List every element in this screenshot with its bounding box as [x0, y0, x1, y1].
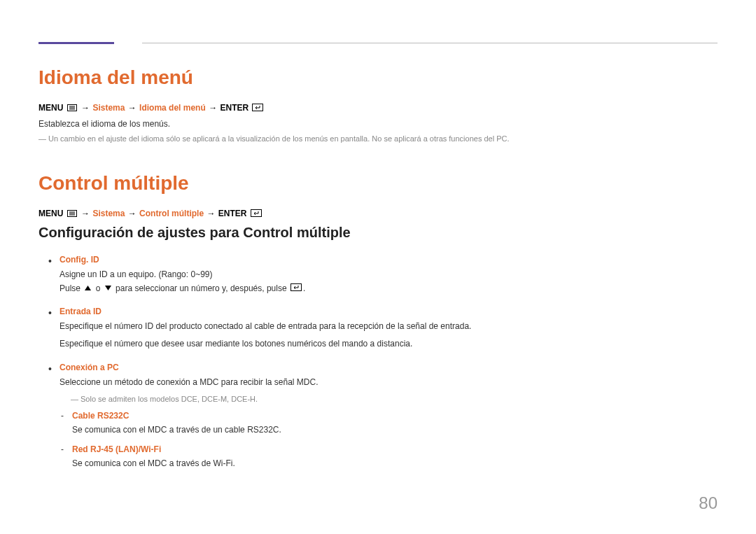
nav-arrow: → — [128, 209, 136, 218]
sub-title: Cable RS232C — [72, 409, 718, 422]
item-text: Seleccione un método de conexión a MDC p… — [59, 376, 718, 389]
nav-arrow: → — [81, 103, 90, 113]
down-icon — [104, 282, 112, 295]
sub-list: Cable RS232C Se comunica con el MDC a tr… — [59, 409, 718, 470]
nav-enter: ENTER — [218, 209, 247, 218]
item-title: Config. ID — [59, 253, 718, 267]
nav-idioma: Idioma del menú — [139, 103, 206, 113]
menu-icon — [67, 209, 77, 219]
item-text: Especifique el número que desee usar med… — [59, 337, 718, 351]
enter-icon — [251, 209, 262, 219]
list-item-conexion-pc: Conexión a PC Seleccione un método de co… — [38, 361, 718, 470]
item-title: Entrada ID — [59, 305, 718, 318]
sub-text: Se comunica con el MDC a través de un ca… — [72, 423, 718, 436]
nav-arrow: → — [81, 209, 90, 218]
nav-menu: MENU — [38, 209, 63, 218]
enter-icon — [290, 282, 302, 295]
nav-arrow: → — [206, 209, 215, 218]
svg-marker-10 — [85, 286, 91, 290]
list-item-entrada-id: Entrada ID Especifique el número ID del … — [38, 305, 718, 351]
item-text: Asigne un ID a un equipo. (Rango: 0~99) — [59, 268, 718, 281]
item-note: Solo se admiten los modelos DCE, DCE-M, … — [59, 393, 718, 406]
nav-sistema: Sistema — [92, 103, 125, 113]
document-page: Idioma del menú MENU → Sistema → Idioma … — [0, 0, 756, 507]
item-title: Conexión a PC — [59, 361, 718, 374]
enter-icon — [252, 104, 263, 113]
nav-path-control: MENU → Sistema → Control múltiple → ENTE… — [38, 209, 718, 219]
nav-sistema: Sistema — [92, 209, 125, 218]
rule-divider — [142, 43, 718, 43]
item-text: Especifique el número ID del producto co… — [59, 320, 718, 333]
header-rule — [38, 42, 718, 44]
menu-icon — [67, 104, 77, 113]
heading-idioma: Idioma del menú — [38, 66, 718, 89]
nav-control: Control múltiple — [139, 209, 204, 218]
subheading-config: Configuración de ajustes para Control mú… — [38, 225, 718, 241]
config-list: Config. ID Asigne un ID a un equipo. (Ra… — [38, 253, 718, 470]
sub-title: Red RJ-45 (LAN)/Wi-Fi — [72, 443, 718, 456]
nav-path-idioma: MENU → Sistema → Idioma del menú → ENTER — [38, 103, 718, 113]
item-text: Pulse o para seleccionar un número y, de… — [59, 282, 718, 295]
nav-arrow: → — [209, 103, 217, 113]
nav-arrow: → — [128, 103, 136, 113]
sub-item-rs232c: Cable RS232C Se comunica con el MDC a tr… — [59, 409, 718, 436]
list-item-config-id: Config. ID Asigne un ID a un equipo. (Ra… — [38, 253, 718, 295]
nav-enter: ENTER — [220, 103, 248, 113]
rule-accent — [38, 42, 114, 44]
page-number: 80 — [699, 493, 718, 513]
up-icon — [84, 282, 92, 295]
sub-text: Se comunica con el MDC a través de Wi-Fi… — [72, 457, 718, 470]
svg-marker-11 — [105, 286, 111, 290]
note-idioma: Un cambio en el ajuste del idioma sólo s… — [38, 133, 718, 145]
sub-item-rj45-wifi: Red RJ-45 (LAN)/Wi-Fi Se comunica con el… — [59, 443, 718, 470]
nav-menu: MENU — [38, 103, 63, 113]
heading-control: Control múltiple — [38, 172, 718, 195]
desc-idioma: Establezca el idioma de los menús. — [38, 119, 718, 129]
